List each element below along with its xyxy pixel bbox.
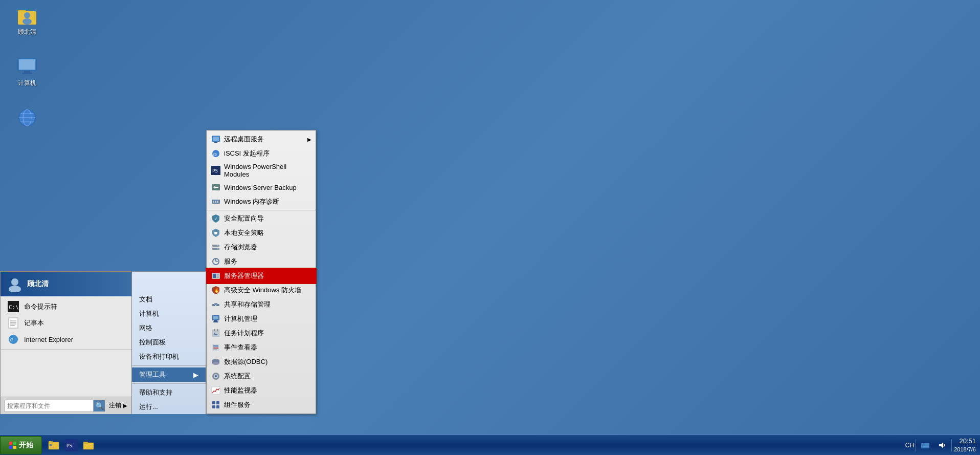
logout-arrow[interactable]: ▶ <box>123 403 127 408</box>
submenu-item-remote-desktop[interactable]: 远程桌面服务 ▶ <box>207 132 316 146</box>
start-menu-right-panel: 文档 计算机 网络 控制面板 设备和打印机 管理工具 ▶ 帮助和支持 运行... <box>132 271 206 414</box>
submenu-item-taskscheduler[interactable]: 任务计划程序 <box>207 326 316 340</box>
submenu-item-eventviewer[interactable]: 事件查看器 <box>207 340 316 355</box>
taskbar-icon-files[interactable] <box>81 438 96 453</box>
localpolicy-icon <box>211 228 221 238</box>
svg-text:PS: PS <box>212 168 218 174</box>
submenu-item-secconf[interactable]: ✓ 安全配置向导 <box>207 211 316 226</box>
taskbar-icon-explorer[interactable] <box>46 438 61 453</box>
tray-separator-2 <box>951 439 952 451</box>
svg-rect-81 <box>9 446 12 449</box>
submenu-divider-1 <box>207 210 316 210</box>
svg-rect-80 <box>13 442 16 445</box>
right-item-network[interactable]: 网络 <box>132 321 206 335</box>
submenu-item-powershell[interactable]: PS Windows PowerShell Modules <box>207 161 316 180</box>
start-menu-item-ie[interactable]: e Internet Explorer <box>1 331 131 348</box>
svg-rect-60 <box>214 329 215 331</box>
svg-point-73 <box>215 375 217 377</box>
desktop-icon-user-label: 顾北清 <box>18 28 36 36</box>
search-input[interactable] <box>5 400 94 412</box>
desktop-icon-network[interactable] <box>9 107 45 130</box>
svg-rect-91 <box>921 443 929 448</box>
svg-rect-58 <box>212 330 219 337</box>
submenu-item-compservices[interactable]: 组件服务 <box>207 398 316 412</box>
svg-point-70 <box>212 362 219 365</box>
submenu-item-perfmon[interactable]: 性能监视器 <box>207 383 316 398</box>
svg-rect-7 <box>24 71 30 73</box>
start-menu-item-notepad[interactable]: 记事本 <box>1 315 131 331</box>
svg-rect-18 <box>9 318 18 328</box>
svg-rect-49 <box>217 276 219 278</box>
submenu-item-storage[interactable]: 存储浏览器 <box>207 240 316 254</box>
arrow-icon: ▶ <box>307 137 311 142</box>
start-menu-search-bar: 🔍 注销 ▶ <box>1 397 131 414</box>
svg-rect-67 <box>213 350 217 350</box>
svg-rect-77 <box>212 405 215 408</box>
services-icon <box>211 256 221 267</box>
taskscheduler-icon <box>211 328 221 338</box>
svg-point-42 <box>217 248 219 250</box>
eventviewer-icon <box>211 342 221 353</box>
submenu-item-compmgr[interactable]: 计算机管理 <box>207 312 316 326</box>
search-button[interactable]: 🔍 <box>94 400 105 411</box>
powershell-icon: PS <box>211 165 221 176</box>
svg-point-3 <box>24 12 30 18</box>
servermgr-icon <box>211 271 221 281</box>
submenu-item-servermgr[interactable]: 服务器管理器 <box>207 269 316 283</box>
svg-rect-90 <box>83 442 88 444</box>
taskbar-tray-icons: CH <box>905 438 952 453</box>
svg-point-4 <box>23 18 32 25</box>
submenu-item-iscsi[interactable]: iS iSCSI 发起程序 <box>207 146 316 161</box>
desktop-icon-computer[interactable]: 计算机 <box>9 56 45 88</box>
svg-rect-6 <box>19 59 35 70</box>
right-item-help[interactable]: 帮助和支持 <box>132 385 206 400</box>
submenu-item-share[interactable]: 共享和存储管理 <box>207 297 316 312</box>
svg-rect-86 <box>50 447 54 447</box>
odbc-icon <box>211 357 221 367</box>
svg-text:C:\: C:\ <box>9 304 19 311</box>
tray-sound-icon[interactable] <box>934 438 950 453</box>
clock-date: 2018/7/6 <box>954 446 976 453</box>
svg-rect-56 <box>214 320 217 321</box>
svg-rect-48 <box>217 274 219 275</box>
svg-text:iS: iS <box>213 152 217 157</box>
svg-rect-55 <box>213 316 218 319</box>
right-item-admin-tools[interactable]: 管理工具 ▶ <box>132 367 206 382</box>
compmgr-icon <box>211 314 221 324</box>
submenu-item-sysconf[interactable]: 系统配置 <box>207 369 316 383</box>
right-item-control[interactable]: 控制面板 <box>132 335 206 350</box>
svg-point-41 <box>217 245 219 247</box>
notepad-icon <box>8 317 19 329</box>
start-menu-item-cmd[interactable]: C:\ 命令提示符 <box>1 298 131 315</box>
svg-rect-8 <box>22 73 32 74</box>
share-icon <box>211 299 221 310</box>
wsb-icon <box>211 182 221 192</box>
submenu-item-firewall[interactable]: 🔥 高级安全 Windows 防火墙 <box>207 283 316 297</box>
svg-rect-76 <box>216 401 219 404</box>
submenu-item-odbc[interactable]: 数据源(ODBC) <box>207 355 316 369</box>
submenu-item-services[interactable]: 服务 <box>207 254 316 269</box>
svg-marker-93 <box>939 442 943 448</box>
submenu-item-wsb[interactable]: Windows Server Backup <box>207 180 316 194</box>
svg-text:🔥: 🔥 <box>214 287 220 293</box>
right-item-documents[interactable]: 文档 <box>132 292 206 307</box>
right-item-computer[interactable]: 计算机 <box>132 307 206 321</box>
logout-button[interactable]: 注销 <box>109 401 121 410</box>
svg-rect-47 <box>213 274 216 278</box>
svg-rect-82 <box>13 446 16 449</box>
submenu-item-localpolicy[interactable]: 本地安全策略 <box>207 226 316 240</box>
submenu-item-memdiag[interactable]: Windows 内存诊断 <box>207 194 316 209</box>
start-menu: 顾北清 C:\ 命令提示符 <box>0 271 206 414</box>
svg-rect-38 <box>214 232 217 234</box>
right-item-devices[interactable]: 设备和打印机 <box>132 350 206 364</box>
clock-time: 20:51 <box>954 437 976 446</box>
start-button[interactable]: 开始 <box>0 436 42 454</box>
desktop-icon-user[interactable]: 顾北清 <box>9 5 45 36</box>
right-item-run[interactable]: 运行... <box>132 400 206 414</box>
svg-rect-27 <box>214 142 217 143</box>
svg-rect-65 <box>213 345 218 346</box>
right-divider-2 <box>132 383 206 384</box>
iscsi-icon: iS <box>211 148 221 159</box>
taskbar-icon-powershell[interactable]: PS <box>63 438 79 453</box>
tray-network-icon[interactable] <box>918 438 933 453</box>
